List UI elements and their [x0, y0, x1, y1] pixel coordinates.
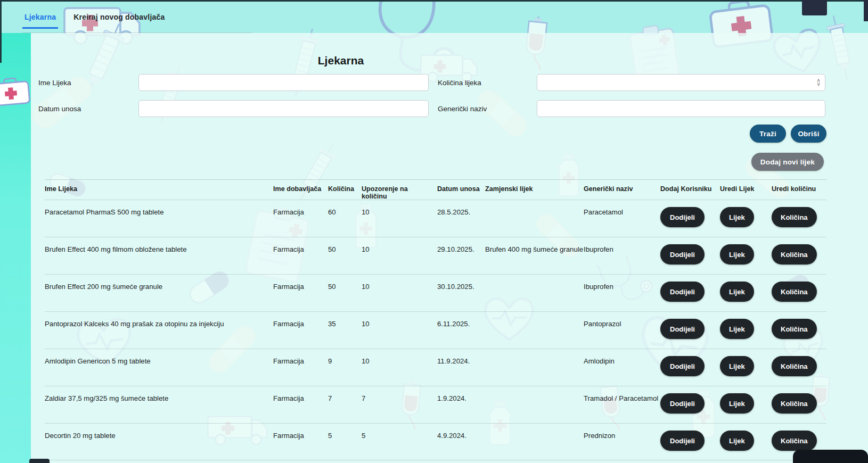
quantity: 5	[328, 424, 362, 460]
assign-button[interactable]: Dodijeli	[660, 356, 705, 376]
entry-date: 29.10.2025.	[437, 237, 485, 274]
medicine-name: Decortin 20 mg tablete	[45, 424, 273, 460]
window-bottom-right-block	[793, 450, 868, 463]
add-new-row: Dodaj novi lijek	[31, 153, 824, 171]
tab-bar: Ljekarna Kreiraj novog dobavljača	[22, 13, 167, 29]
supplier: Farmacija	[273, 237, 328, 274]
window-bottom-left-block	[29, 459, 50, 463]
col-genericki-naziv: Generički naziv	[584, 185, 660, 200]
generic-name: Prednizon	[584, 424, 660, 460]
entry-date: 30.10.2025.	[437, 275, 485, 311]
main-panel: Ljekarna Ime Lijeka Količina lijeka ˄ ˅ …	[31, 33, 868, 463]
number-spinner[interactable]: ˄ ˅	[817, 79, 820, 86]
substitute-medicine	[485, 349, 584, 386]
entry-date: 11.9.2024.	[437, 349, 485, 386]
generic-name: Paracetamol	[584, 200, 660, 237]
edit-quantity-button[interactable]: Količina	[772, 282, 817, 302]
assign-button[interactable]: Dodijeli	[660, 207, 705, 227]
assign-button[interactable]: Dodijeli	[660, 319, 705, 339]
table-row: Zaldiar 37,5 mg/325 mg šumeće tablete Fa…	[45, 386, 826, 423]
medicine-name: Pantoprazol Kalceks 40 mg prašak za otop…	[45, 312, 273, 349]
entry-date: 28.5.2025.	[437, 200, 485, 237]
quantity-warning: 10	[362, 349, 437, 386]
tab-ljekarna[interactable]: Ljekarna	[22, 13, 58, 29]
genericki-naziv-input[interactable]	[542, 104, 820, 113]
table-row: Paracetamol PharmaS 500 mg tablete Farma…	[45, 200, 826, 237]
window-top-right-block	[802, 0, 827, 15]
medicine-name: Amlodipin Genericon 5 mg tablete	[45, 349, 273, 386]
kolicina-lijeka-input[interactable]	[542, 78, 814, 87]
assign-button[interactable]: Dodijeli	[660, 244, 705, 264]
entry-date: 4.9.2024.	[437, 424, 485, 460]
entry-date: 6.11.2025.	[437, 312, 485, 349]
col-kolicina: Količina	[328, 185, 362, 200]
quantity: 60	[328, 200, 362, 237]
genericki-naziv-label: Generički naziv	[429, 105, 537, 113]
kolicina-lijeka-label: Količina lijeka	[429, 79, 537, 87]
col-zamjenski-lijek: Zamjenski lijek	[485, 185, 584, 200]
edit-quantity-button[interactable]: Količina	[772, 244, 817, 264]
edit-quantity-button[interactable]: Količina	[772, 319, 817, 339]
assign-button[interactable]: Dodijeli	[660, 282, 705, 302]
datum-unosa-label: Datum unosa	[38, 105, 138, 113]
quantity-warning: 10	[362, 200, 437, 237]
ime-lijeka-input[interactable]	[144, 78, 423, 87]
datum-unosa-input[interactable]	[144, 104, 423, 113]
generic-name: Ibuprofen	[584, 237, 660, 274]
edit-medicine-button[interactable]: Lijek	[720, 319, 754, 339]
ime-lijeka-field-box	[138, 74, 429, 91]
kolicina-lijeka-field-box: ˄ ˅	[537, 74, 825, 91]
edit-medicine-button[interactable]: Lijek	[720, 244, 754, 264]
substitute-medicine	[485, 275, 584, 311]
col-upozorenje: Upozorenje na količinu	[362, 185, 437, 200]
window-top-right-corner	[864, 0, 868, 21]
edit-quantity-button[interactable]: Količina	[772, 207, 817, 227]
page-title: Ljekarna	[31, 33, 651, 67]
col-ime-lijeka: Ime Lijeka	[45, 185, 273, 200]
table-row: Brufen Effect 200 mg šumeće granule Farm…	[45, 274, 826, 311]
search-actions: Traži Obriši	[31, 125, 826, 143]
genericki-naziv-field-box	[537, 100, 825, 117]
table-header: Ime Lijeka Ime dobavljača Količina Upozo…	[45, 180, 826, 200]
quantity-warning: 10	[362, 275, 437, 311]
col-uredi-kolicinu: Uredi količinu	[772, 185, 826, 200]
quantity: 9	[328, 349, 362, 386]
substitute-medicine	[485, 312, 584, 349]
datum-unosa-field-box	[138, 100, 429, 117]
generic-name: Pantoprazol	[584, 312, 660, 349]
edit-medicine-button[interactable]: Lijek	[720, 282, 754, 302]
assign-button[interactable]: Dodijeli	[660, 431, 705, 451]
col-dodaj-korisniku: Dodaj Korisniku	[660, 185, 720, 200]
deco-kit-icon	[0, 74, 31, 107]
medicine-table: Ime Lijeka Ime dobavljača Količina Upozo…	[45, 179, 826, 460]
generic-name: Amlodipin	[584, 349, 660, 386]
table-row: Brufen Effect 400 mg filmom obložene tab…	[45, 237, 826, 274]
search-button[interactable]: Traži	[750, 125, 786, 143]
edit-medicine-button[interactable]: Lijek	[720, 393, 754, 414]
edit-medicine-button[interactable]: Lijek	[720, 207, 754, 227]
spinner-down-icon[interactable]: ˅	[817, 82, 820, 86]
edit-quantity-button[interactable]: Količina	[772, 393, 817, 414]
edit-quantity-button[interactable]: Količina	[772, 431, 817, 451]
clear-button[interactable]: Obriši	[791, 125, 826, 143]
assign-button[interactable]: Dodijeli	[660, 393, 705, 414]
edit-medicine-button[interactable]: Lijek	[720, 356, 754, 376]
quantity-warning: 7	[362, 386, 437, 423]
generic-name: Ibuprofen	[584, 275, 660, 311]
medicine-name: Zaldiar 37,5 mg/325 mg šumeće tablete	[45, 386, 273, 423]
table-row: Pantoprazol Kalceks 40 mg prašak za otop…	[45, 311, 826, 349]
tabbar-divider	[22, 32, 252, 33]
supplier: Farmacija	[273, 424, 328, 460]
substitute-medicine	[485, 424, 584, 460]
edit-medicine-button[interactable]: Lijek	[720, 431, 754, 451]
substitute-medicine: Brufen 400 mg šumeće granule	[485, 237, 584, 274]
tab-kreiraj-novog-dobavljaca[interactable]: Kreiraj novog dobavljača	[71, 13, 167, 29]
entry-date: 1.9.2024.	[437, 386, 485, 423]
window-left-edge	[0, 0, 2, 63]
col-datum-unosa: Datum unosa	[437, 185, 485, 200]
quantity: 50	[328, 275, 362, 311]
add-new-medicine-button[interactable]: Dodaj novi lijek	[751, 153, 824, 171]
quantity: 35	[328, 312, 362, 349]
window-top-edge	[0, 0, 868, 2]
edit-quantity-button[interactable]: Količina	[772, 356, 817, 376]
